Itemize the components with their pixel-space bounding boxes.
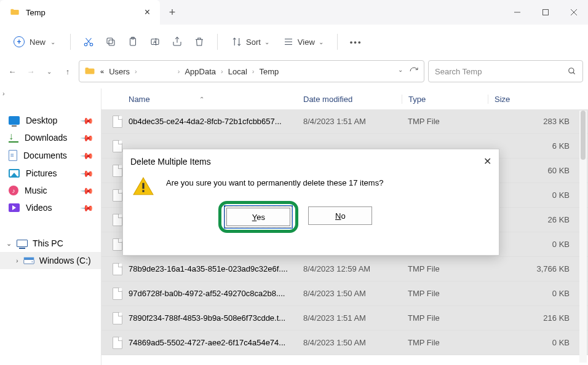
chevron-down-icon: ⌄ [319, 39, 324, 45]
column-date[interactable]: Date modified [303, 95, 402, 104]
close-icon[interactable]: ✕ [483, 155, 491, 167]
tab-temp[interactable]: Temp × [0, 0, 160, 25]
yes-highlight: Yes [218, 201, 298, 233]
refresh-icon[interactable] [409, 66, 419, 76]
file-date: 8/4/2023 12:59 AM [303, 264, 402, 273]
breadcrumb-item[interactable]: Users [109, 67, 130, 76]
file-size: 0 KB [488, 190, 577, 200]
recent-button[interactable]: ⌄ [42, 64, 57, 79]
separator [217, 34, 218, 50]
back-button[interactable]: ← [5, 64, 20, 79]
desktop-icon [9, 116, 20, 125]
file-name: 97d6728f-ba0b-4972-af52-49270c8ca2b8.... [129, 289, 285, 298]
file-type: TMP File [402, 289, 488, 298]
scroll-thumb[interactable] [581, 111, 586, 160]
no-button[interactable]: No [308, 206, 372, 225]
forward-button[interactable]: → [23, 64, 38, 79]
sidebar-item-label: This PC [33, 238, 63, 248]
file-icon [113, 263, 122, 275]
table-row[interactable]: 7890f234-788f-4853-9b9a-508e6f73cdde.t..… [101, 306, 588, 331]
sort-button[interactable]: Sort ⌄ [226, 31, 274, 53]
sidebar-item-label: Pictures [26, 168, 57, 178]
table-row[interactable]: 78b9de23-16a1-4a35-851e-023ad9c32e6f....… [101, 257, 588, 281]
svg-line-6 [87, 38, 92, 44]
chevron-right-icon: › [16, 257, 18, 264]
dialog-title: Delete Multiple Items [130, 157, 211, 167]
cut-button[interactable] [79, 31, 98, 53]
file-icon [113, 238, 122, 251]
sidebar-item-thispc[interactable]: ⌄ This PC [0, 235, 101, 252]
more-button[interactable]: ••• [346, 31, 366, 53]
sidebar-item-drive[interactable]: › Windows (C:) [0, 252, 101, 269]
new-label: New [30, 37, 46, 47]
chevron-down-icon: ⌄ [50, 39, 55, 45]
videos-icon [9, 203, 20, 212]
breadcrumb-item[interactable]: Local [228, 67, 247, 76]
table-row[interactable]: 97d6728f-ba0b-4972-af52-49270c8ca2b8....… [101, 281, 588, 306]
sidebar-item-music[interactable]: ♪Music📌 [0, 182, 101, 199]
file-icon [113, 214, 122, 226]
column-type[interactable]: Type [402, 95, 488, 104]
pin-icon[interactable]: 📌 [80, 183, 94, 197]
view-button[interactable]: View ⌄ [278, 31, 328, 53]
pin-icon[interactable]: 📌 [80, 113, 94, 127]
maximize-button[interactable] [531, 0, 560, 25]
sidebar-item-label: Desktop [26, 116, 57, 125]
search-input[interactable] [435, 67, 568, 76]
chevron-right-icon: › [221, 68, 223, 75]
new-tab-button[interactable]: + [160, 6, 185, 19]
paste-button[interactable] [124, 31, 142, 53]
sidebar-item-downloads[interactable]: Downloads📌 [0, 129, 101, 146]
sidebar-item-documents[interactable]: Documents📌 [0, 146, 101, 165]
table-row[interactable]: 0b4dec35-ce24-4da2-8fcb-72b1cfcbb657...8… [101, 109, 588, 134]
column-name[interactable]: Name⌃ [113, 95, 303, 104]
yes-button[interactable]: Yes [226, 208, 290, 226]
downloads-icon [9, 133, 18, 143]
pin-icon[interactable]: 📌 [80, 166, 94, 180]
no-label: N [335, 211, 341, 221]
sidebar-item-videos[interactable]: Videos📌 [0, 199, 101, 216]
pin-icon[interactable]: 📌 [80, 200, 94, 214]
sidebar-item-desktop[interactable]: Desktop📌 [0, 112, 101, 129]
copy-button[interactable] [101, 31, 120, 53]
svg-rect-22 [23, 257, 34, 260]
delete-button[interactable] [190, 31, 209, 53]
view-icon [283, 36, 294, 47]
separator [337, 34, 338, 50]
warning-icon [133, 177, 154, 195]
share-button[interactable] [168, 31, 186, 53]
chevron-down-icon: ⌄ [6, 240, 12, 248]
tab-title: Temp [26, 8, 46, 17]
close-icon[interactable]: × [145, 7, 150, 18]
sidebar-item-label: Downloads [25, 133, 67, 143]
table-row[interactable]: 74869ad5-5502-4727-aee2-6f17c4a54e74...8… [101, 331, 588, 355]
nav-row: ← → ⌄ ↑ « Users› › AppData› Local› Temp … [0, 59, 588, 88]
breadcrumb-item[interactable]: Temp [259, 67, 279, 76]
file-size: 60 KB [488, 166, 577, 175]
column-size[interactable]: Size [488, 95, 577, 104]
sort-icon [231, 36, 242, 47]
rename-button[interactable]: A [146, 31, 164, 53]
svg-point-19 [569, 68, 574, 73]
up-button[interactable]: ↑ [60, 64, 75, 79]
close-window-button[interactable] [560, 0, 588, 25]
breadcrumb-item[interactable]: AppData [185, 67, 216, 76]
svg-line-7 [86, 38, 91, 44]
pin-icon[interactable]: 📌 [80, 130, 94, 144]
chevron-right-icon[interactable]: › [2, 90, 5, 97]
file-name: 7890f234-788f-4853-9b9a-508e6f73cdde.t..… [129, 313, 285, 323]
pin-icon[interactable]: 📌 [80, 148, 94, 162]
minimize-button[interactable] [503, 0, 531, 25]
new-button[interactable]: + New ⌄ [7, 31, 62, 52]
chevron-down-icon[interactable]: ⌄ [398, 66, 403, 76]
sidebar-item-pictures[interactable]: Pictures📌 [0, 165, 101, 182]
sidebar-item-label: Videos [26, 203, 52, 213]
breadcrumb-overflow[interactable]: « [100, 68, 104, 75]
documents-icon [9, 150, 17, 161]
breadcrumb[interactable]: « Users› › AppData› Local› Temp ⌄ [79, 60, 424, 82]
separator [70, 34, 71, 50]
dialog-message: Are you sure you want to permanently del… [166, 178, 383, 187]
scrollbar[interactable] [579, 111, 587, 363]
search-box[interactable] [428, 60, 583, 82]
chevron-down-icon: ⌄ [264, 39, 269, 45]
